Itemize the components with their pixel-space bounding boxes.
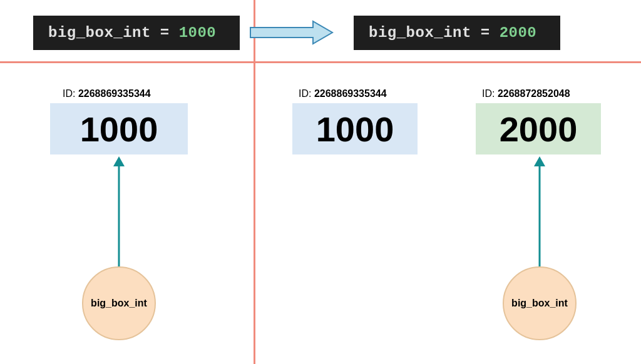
value-box-right-blue: 1000 [292,103,418,154]
vertical-divider [254,0,255,364]
code-box-after: big_box_int = 2000 [354,16,560,50]
id-value: 2268869335344 [314,88,387,99]
value-text: 1000 [316,109,394,149]
code-value: 1000 [179,24,217,41]
reference-arrow-right [532,156,547,269]
code-equals: = [471,24,500,41]
id-value: 2268872852048 [498,88,570,99]
code-value: 2000 [500,24,537,41]
value-text: 1000 [80,109,158,149]
block-arrow-icon [249,19,337,46]
svg-marker-2 [113,156,125,166]
id-prefix: ID: [63,88,78,99]
reference-arrow-left [111,156,126,269]
svg-marker-4 [534,156,545,166]
code-box-before: big_box_int = 1000 [33,16,240,50]
id-label-right-blue: ID: 2268869335344 [299,88,387,99]
id-label-right-green: ID: 2268872852048 [482,88,570,99]
variable-label: big_box_int [91,298,147,309]
horizontal-divider [0,61,641,63]
id-label-left: ID: 2268869335344 [63,88,151,99]
svg-marker-0 [250,21,332,44]
code-var-name: big_box_int [369,24,471,41]
code-equals: = [151,24,179,41]
variable-label: big_box_int [511,298,568,309]
id-value: 2268869335344 [78,88,151,99]
value-text: 2000 [500,109,578,149]
id-prefix: ID: [299,88,314,99]
value-box-left-blue: 1000 [50,103,188,154]
value-box-right-green: 2000 [476,103,601,154]
code-var-name: big_box_int [48,24,151,41]
variable-circle-right: big_box_int [503,266,577,340]
variable-circle-left: big_box_int [82,266,156,340]
id-prefix: ID: [482,88,498,99]
